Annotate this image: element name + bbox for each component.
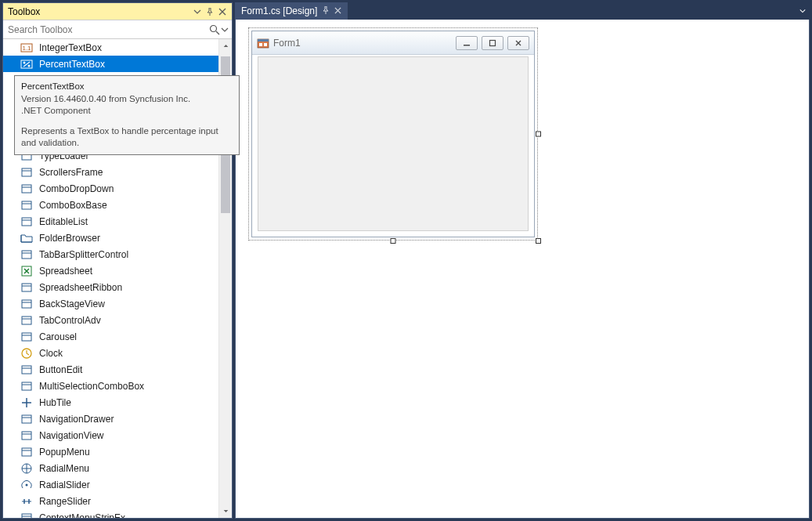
form-title: Form1 xyxy=(273,38,452,49)
combodrop-icon xyxy=(20,183,33,195)
toolbox-item-label: RadialSlider xyxy=(39,479,90,490)
toolbox-item[interactable]: TabControlAdv xyxy=(3,312,218,328)
pin-icon[interactable] xyxy=(204,5,216,18)
radialmenu-icon xyxy=(20,462,33,475)
tab-pin-icon[interactable] xyxy=(322,5,330,16)
toolbox-header: Toolbox xyxy=(3,3,232,20)
tabcontrol-icon xyxy=(20,314,33,327)
toolbox-item[interactable]: ContextMenuStripEx xyxy=(3,509,218,518)
toolbox-item[interactable]: ButtonEdit xyxy=(3,361,218,378)
design-surface[interactable]: Form1 xyxy=(235,20,810,519)
toolbox-item[interactable]: TabBarSplitterControl xyxy=(3,246,218,262)
hubtile-icon xyxy=(20,396,33,409)
toolbox-item[interactable]: PopupMenu xyxy=(3,443,218,460)
tab-bar: Form1.cs [Design] xyxy=(235,2,810,20)
svg-rect-27 xyxy=(258,39,269,42)
resize-handle-s[interactable] xyxy=(391,238,396,244)
svg-rect-30 xyxy=(464,45,470,46)
toolbox-item[interactable]: MultiSelectionComboBox xyxy=(3,378,218,394)
svg-rect-16 xyxy=(22,333,31,341)
svg-rect-18 xyxy=(22,366,31,374)
scrollers-icon xyxy=(20,166,33,179)
toolbox-item[interactable]: RangeSlider xyxy=(3,493,218,509)
toolbox-item[interactable]: HubTile xyxy=(3,394,218,411)
toolbox-item-label: ScrollersFrame xyxy=(39,167,103,178)
maximize-button[interactable] xyxy=(482,36,503,50)
toolbox-item-label: ButtonEdit xyxy=(39,364,82,375)
scroll-up-icon[interactable] xyxy=(219,39,232,52)
scroll-down-icon[interactable] xyxy=(219,505,232,518)
search-dropdown-icon[interactable] xyxy=(221,24,229,36)
search-input[interactable] xyxy=(6,24,208,35)
navview-icon xyxy=(20,429,33,442)
toolbox-item[interactable]: EditableList xyxy=(3,213,218,230)
popupmenu-icon xyxy=(20,446,33,458)
toolbox-item-label: BackStageView xyxy=(39,298,105,309)
multicombo-icon xyxy=(20,380,33,393)
tab-form1-design[interactable]: Form1.cs [Design] xyxy=(235,2,348,20)
toolbox-item[interactable]: FolderBrowser xyxy=(3,230,218,246)
tab-overflow-icon[interactable] xyxy=(796,2,810,20)
svg-point-5 xyxy=(28,64,31,67)
svg-rect-8 xyxy=(22,185,31,193)
resize-handle-se[interactable] xyxy=(536,238,541,244)
toolbox-item[interactable]: ScrollersFrame xyxy=(3,164,218,180)
tabbar-icon xyxy=(20,248,33,261)
toolbox-item[interactable]: RadialMenu xyxy=(3,460,218,476)
svg-rect-14 xyxy=(22,300,31,308)
contextmenu-icon xyxy=(20,512,33,519)
toolbox-item[interactable]: 1.1IntegerTextBox xyxy=(3,39,218,56)
form-window[interactable]: Form1 xyxy=(251,31,535,237)
toolbox-item[interactable]: NavigationView xyxy=(3,427,218,443)
toolbox-item[interactable]: ComboBoxBase xyxy=(3,197,218,213)
tab-label: Form1.cs [Design] xyxy=(241,5,317,16)
toolbox-item-label: RadialMenu xyxy=(39,463,89,474)
dropdown-icon[interactable] xyxy=(191,5,204,18)
backstage-icon xyxy=(20,298,33,310)
rangeslider-icon xyxy=(20,495,33,508)
toolbox-item[interactable]: ComboDropDown xyxy=(3,180,218,197)
toolbox-panel: Toolbox 1.1IntegerTextBoxPercentTextBoxT… xyxy=(2,2,233,519)
close-icon[interactable] xyxy=(216,5,229,18)
svg-rect-20 xyxy=(22,415,31,423)
svg-rect-7 xyxy=(22,168,31,176)
tooltip-component: .NET Component xyxy=(21,105,233,118)
folder-icon xyxy=(20,232,33,244)
svg-rect-31 xyxy=(490,40,496,45)
toolbox-item[interactable]: SpreadsheetRibbon xyxy=(3,279,218,295)
tab-close-icon[interactable] xyxy=(334,5,341,16)
form-close-button[interactable] xyxy=(507,36,529,50)
search-icon[interactable] xyxy=(208,24,221,36)
toolbox-item-label: TabBarSplitterControl xyxy=(39,249,128,260)
toolbox-item-label: SpreadsheetRibbon xyxy=(39,282,122,293)
svg-rect-19 xyxy=(22,382,31,390)
toolbox-item[interactable]: Clock xyxy=(3,345,218,361)
toolbox-item-label: NavigationView xyxy=(39,430,104,441)
toolbox-item-label: NavigationDrawer xyxy=(39,414,114,425)
toolbox-item[interactable]: PercentTextBox xyxy=(3,56,218,72)
toolbox-item[interactable]: BackStageView xyxy=(3,295,218,312)
form-client-area[interactable] xyxy=(258,56,529,231)
toolbox-search-row xyxy=(3,20,232,39)
svg-point-4 xyxy=(23,61,26,63)
toolbox-item-label: EditableList xyxy=(39,216,88,227)
toolbox-item[interactable]: NavigationDrawer xyxy=(3,411,218,427)
toolbox-item-label: Carousel xyxy=(39,331,77,342)
toolbox-item-label: IntegerTextBox xyxy=(39,42,102,53)
carousel-icon xyxy=(20,331,33,343)
toolbox-item[interactable]: Spreadsheet xyxy=(3,262,218,279)
tooltip-title: PercentTextBox xyxy=(21,81,233,93)
svg-point-24 xyxy=(26,483,28,486)
svg-text:1.1: 1.1 xyxy=(22,45,31,52)
tooltip-description: Represents a TextBox to handle percentag… xyxy=(21,125,233,150)
toolbox-item[interactable]: Carousel xyxy=(3,328,218,345)
tooltip-version: Version 16.4460.0.40 from Syncfusion Inc… xyxy=(21,93,233,106)
toolbox-item[interactable]: RadialSlider xyxy=(3,476,218,493)
editor-panel: Form1.cs [Design] xyxy=(235,2,810,519)
tab-bar-spacer xyxy=(348,2,796,20)
svg-rect-15 xyxy=(22,317,31,324)
minimize-button[interactable] xyxy=(456,36,478,50)
clock-icon xyxy=(20,347,33,360)
resize-handle-e[interactable] xyxy=(536,132,541,137)
designer-form[interactable]: Form1 xyxy=(251,31,535,237)
